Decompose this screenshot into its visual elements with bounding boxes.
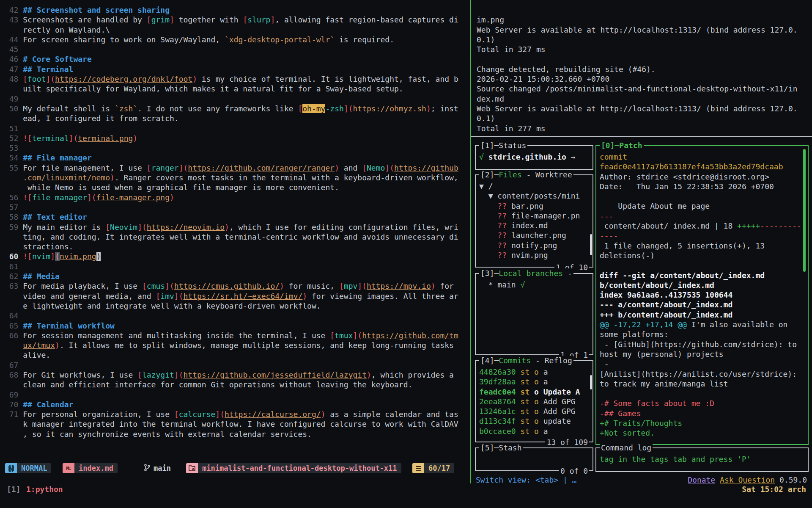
neovim-editor-pane[interactable]: 42 ## Screenshot and screen sharing 43 S… [0, 0, 467, 467]
file-tree-item[interactable]: ?? launcher.png [479, 230, 589, 240]
diff-line: feadc0e4117a7b613187ef4a53bb3a2ed79dcaab [600, 162, 804, 171]
repo-status-item[interactable]: √ stdrice.github.io → [479, 152, 589, 162]
file-tree-item[interactable]: ▼ / [479, 181, 589, 191]
files-scrollbar[interactable] [590, 234, 592, 255]
lazygit-branches-panel[interactable]: [3]─Local branches - * main √ 1 of 1 [475, 273, 593, 355]
lines-icon [412, 463, 424, 473]
editor-line: 42 ## Screenshot and screen sharing [0, 5, 467, 15]
log-line: 2026-02-21 15:00:32.660 +0700 [477, 74, 811, 84]
status-panel-title: [1]─Status [479, 141, 527, 150]
file-tree-item[interactable]: ?? file-manager.pn [479, 211, 589, 221]
donate-link[interactable]: Donate [688, 475, 715, 484]
tmux-vertical-pane-border[interactable] [470, 0, 471, 483]
diff-line: deletions(-) [600, 251, 804, 260]
lazygit-patch-panel[interactable]: [0]─Patch commitfeadc0e4117a7b613187ef4a… [595, 145, 809, 445]
filename-indicator: M↓ index.md [63, 463, 118, 473]
commit-item[interactable]: 44826a30 st o a [479, 367, 589, 377]
commits-panel-title: [4]─Commits - Reflog [479, 356, 573, 365]
file-tree-item[interactable]: ?? notify.png [479, 240, 589, 250]
lazygit-status-panel[interactable]: [1]─Status √ stdrice.github.io → [475, 145, 593, 170]
editor-line: 66 For session management and multitaski… [0, 331, 467, 340]
diff-line: Author: stdrice <stdrice@disroot.org> [600, 172, 804, 182]
commit-item[interactable]: 39df28aa st o a [479, 377, 589, 387]
diff-line: ---- [600, 231, 804, 240]
diff-line: host my (personal) projects [600, 349, 804, 359]
command-log-title: Command log [600, 443, 653, 453]
stash-panel-title: [5]─Stash [479, 443, 523, 453]
commits-panel-count: 13 of 109 [545, 437, 589, 447]
diff-line: +++ b/content/about/_index.md [600, 310, 804, 320]
log-line: Total in 277 ms [477, 124, 811, 133]
editor-line: 65 ## Terminal workflow [0, 321, 467, 331]
commit-item[interactable]: 13246a1c st o Add GPG [479, 406, 589, 416]
working-directory-indicator: minimalist-and-functional-desktop-withou… [186, 463, 401, 473]
log-line: Total in 327 ms [477, 44, 811, 54]
editor-line: 64 [0, 311, 467, 320]
editor-line: clean and efficient interface for common… [0, 380, 467, 389]
editor-line: video and general media, and [imv](https… [0, 291, 467, 301]
command-log-line: tag in the tags tab and press 'P' [600, 454, 804, 464]
log-line: Source changed /posts/minimalist-and-fun… [477, 84, 811, 94]
cursor-position-label: 60/17 [424, 463, 454, 473]
editor-line: 51 [0, 124, 467, 133]
log-line: 0.1) [477, 113, 811, 123]
editor-line: k manager integrated into the terminal w… [0, 419, 467, 429]
editor-line: 49 [0, 94, 467, 104]
diff-line: Date: Thu Jan 15 22:38:53 2026 +0700 [600, 182, 804, 191]
neovim-statusline: NORMAL M↓ index.md main minimalist-and-f… [0, 463, 470, 475]
commit-item[interactable]: d113c34f st o update [479, 416, 589, 426]
git-branch-label: main [154, 464, 171, 472]
commits-scrollbar[interactable] [590, 375, 592, 389]
log-line [477, 5, 811, 15]
hugo-server-log-pane[interactable]: im.pngWeb Server is available at http://… [477, 0, 811, 140]
patch-panel-title: [0]─Patch [600, 141, 644, 150]
editor-line: e lightweight and integrate well with a … [0, 301, 467, 311]
log-line: im.png [477, 15, 811, 25]
neovim-logo-icon [5, 463, 17, 473]
log-line [477, 54, 811, 64]
cursor-position-indicator: 60/17 [412, 463, 454, 473]
branch-item[interactable]: * main √ [479, 280, 589, 290]
file-tree-item[interactable]: ?? bar.png [479, 201, 589, 211]
editor-line: alive. [0, 350, 467, 360]
log-line: Web Server is available at http://localh… [477, 25, 811, 35]
editor-line: 68 For Git workflows, I use [lazygit](ht… [0, 370, 467, 380]
file-tree-item[interactable]: ?? index.md [479, 221, 589, 230]
editor-line: 48 [foot](https://codeberg.org/dnkl/foot… [0, 74, 467, 84]
folder-icon [186, 463, 198, 473]
editor-line: 47 ## Terminal [0, 64, 467, 74]
editor-line: 69 [0, 390, 467, 400]
commit-item[interactable]: b0ccace0 st o a [479, 426, 589, 436]
diff-line: @@ -17,22 +17,14 @@ I'm also available o… [600, 320, 804, 329]
ask-question-link[interactable]: Ask Question [720, 475, 775, 484]
editor-line: uilt specifically for Wayland, which mak… [0, 84, 467, 94]
diff-line: +# Traits/Thoughts [600, 418, 804, 428]
commit-item[interactable]: feadc0e4 st o Update A [479, 387, 589, 397]
tmux-window-item[interactable]: 1:python [26, 484, 63, 494]
working-directory-label: minimalist-and-functional-desktop-withou… [198, 463, 401, 473]
lazygit-commits-panel[interactable]: [4]─Commits - Reflog 44826a30 st o a39df… [475, 360, 593, 442]
editor-line: 70 ## Calendar [0, 400, 467, 409]
diff-line [600, 260, 804, 270]
diff-line: - [GitHub](https://github.com/stdrice): … [600, 340, 804, 349]
editor-line: , so it can synchronize events with exte… [0, 429, 467, 439]
diff-line: content/about/_index.md | 18 +++++------… [600, 221, 804, 231]
editor-line: 63 For media playback, I use [cmus](http… [0, 281, 467, 291]
editor-line: 61 [0, 262, 467, 271]
diff-line: --- [600, 211, 804, 221]
filename-label: index.md [74, 463, 118, 473]
lazygit-stash-panel[interactable]: [5]─Stash 0 of 0 [475, 447, 593, 471]
lazygit-files-panel[interactable]: [2]─Files - Worktree ▼ / ▼ content/posts… [475, 174, 593, 268]
diff-line: diff --git a/content/about/_index.md [600, 271, 804, 280]
diff-line: Update About me page [600, 201, 804, 211]
terminal-screen: 42 ## Screenshot and screen sharing 43 S… [0, 0, 812, 508]
editor-line: 56 ![file manager](file-manager.png) [0, 193, 467, 202]
file-tree-item[interactable]: ?? nvim.png [479, 250, 589, 260]
patch-scrollbar[interactable] [803, 149, 806, 272]
commit-item[interactable]: 2eea8764 st o Add GPG [479, 397, 589, 406]
editor-line: ting, and coding. It integrates well wit… [0, 232, 467, 242]
editor-line: .com/linuxmint/nemo). Ranger covers most… [0, 173, 467, 182]
file-tree-item[interactable]: ▼ content/posts/mini [479, 191, 589, 201]
diff-line: commit [600, 152, 804, 162]
lazygit-command-log-panel[interactable]: Command log tag in the tags tab and pres… [595, 447, 809, 472]
